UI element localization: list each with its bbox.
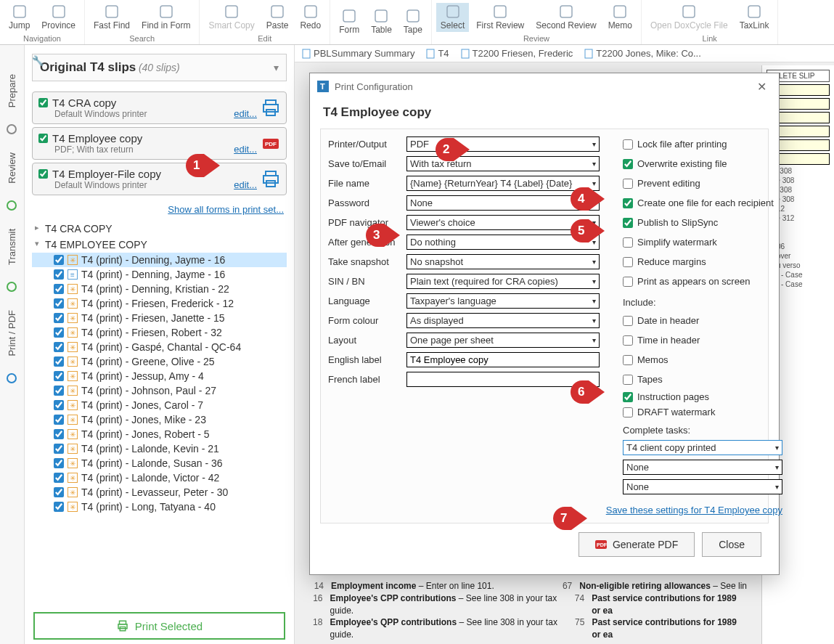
tree-item[interactable]: ✳T4 (print) - Denning, Kristian - 22 <box>32 282 287 296</box>
generate-pdf-button[interactable]: PDF Generate PDF <box>579 532 695 557</box>
tree-item[interactable]: ✳T4 (print) - Friesen, Robert - 32 <box>32 325 287 340</box>
option-date-in-header[interactable]: Date in header <box>623 315 782 326</box>
tree-item[interactable]: ✳T4 (print) - Greene, Olive - 25 <box>32 354 287 369</box>
item-checkbox[interactable] <box>54 269 64 280</box>
tree-item[interactable]: ✳T4 (print) - Lalonde, Kevin - 21 <box>32 441 287 456</box>
field-file-name[interactable]: {Name} {ReturnYear} T4 {Label} {Date} <box>406 176 600 191</box>
option-prevent-editing[interactable]: Prevent editing <box>623 178 782 189</box>
ribbon-taxlink[interactable]: TaxLink <box>735 3 774 32</box>
print-set-card[interactable]: T4 Employee copyPDF; With tax returnedit… <box>32 127 287 160</box>
ribbon-first-review[interactable]: First Review <box>472 3 528 32</box>
card-checkbox[interactable] <box>38 134 48 143</box>
tree-item[interactable]: ✳T4 (print) - Gaspé, Chantal - QC-64 <box>32 340 287 354</box>
item-checkbox[interactable] <box>54 415 64 425</box>
close-button[interactable]: ✕ <box>751 78 772 95</box>
item-checkbox[interactable] <box>54 371 64 381</box>
field-sin-bn[interactable]: Plain text (required for CRA copies) <box>406 274 600 289</box>
tree-item[interactable]: ✳T4 (print) - Denning, Jayme - 16 <box>32 253 287 267</box>
tree-item[interactable]: ≡T4 (print) - Denning, Jayme - 16 <box>32 267 287 282</box>
tree-item[interactable]: ✳T4 (print) - Long, Tatyana - 40 <box>32 500 287 514</box>
ribbon-redo[interactable]: Redo <box>295 3 325 32</box>
tree-item[interactable]: ✳T4 (print) - Friesen, Janette - 15 <box>32 311 287 325</box>
tree-item[interactable]: ✳T4 (print) - Johnson, Paul - 27 <box>32 383 287 398</box>
vtab-prepare[interactable]: Prepare <box>2 62 22 119</box>
ribbon-smart-copy[interactable]: Smart Copy <box>204 3 258 32</box>
print-set-card[interactable]: T4 CRA copyDefault Windows printeredit..… <box>32 91 287 124</box>
complete-task-select[interactable]: None <box>623 479 782 494</box>
item-checkbox[interactable] <box>54 458 64 468</box>
item-checkbox[interactable] <box>54 356 64 367</box>
ribbon-province[interactable]: Province <box>37 3 80 32</box>
item-checkbox[interactable] <box>54 342 64 352</box>
print-selected-button[interactable]: Print Selected <box>33 612 285 640</box>
tree-item[interactable]: ✳T4 (print) - Jones, Robert - 5 <box>32 427 287 441</box>
show-all-forms-link[interactable]: Show all forms in print set... <box>35 204 284 215</box>
edit-link[interactable]: edit... <box>234 144 257 155</box>
ribbon-memo[interactable]: Memo <box>604 3 637 32</box>
field-language[interactable]: Taxpayer's language <box>406 293 600 309</box>
ribbon-jump[interactable]: Jump <box>4 3 34 32</box>
vtab-transmit[interactable]: Transmit <box>2 217 22 277</box>
complete-task-select[interactable]: T4 client copy printed <box>623 440 782 455</box>
ribbon-paste[interactable]: Paste <box>262 3 293 32</box>
item-checkbox[interactable] <box>54 298 64 309</box>
item-checkbox[interactable] <box>54 487 64 497</box>
ribbon-fast-find[interactable]: Fast Find <box>89 3 134 32</box>
document-tab[interactable]: T2200 Jones, Mike: Co... <box>584 48 701 59</box>
item-checkbox[interactable] <box>54 255 64 265</box>
card-checkbox[interactable] <box>38 169 48 179</box>
option-instruction-pages[interactable]: Instruction pages <box>623 391 782 402</box>
option-tapes[interactable]: Tapes <box>623 374 782 385</box>
vtab-print-pdf[interactable]: Print / PDF <box>2 298 22 368</box>
option-time-in-header[interactable]: Time in header <box>623 335 782 346</box>
item-checkbox[interactable] <box>54 473 64 483</box>
field-layout[interactable]: One page per sheet <box>406 333 600 348</box>
tree-group[interactable]: T4 CRA COPY <box>32 221 287 237</box>
option-lock-file-after-printing[interactable]: Lock file after printing <box>623 139 782 150</box>
item-checkbox[interactable] <box>54 429 64 439</box>
slip-set-header[interactable]: Original T4 slips (40 slips) ▾ <box>32 54 287 81</box>
card-checkbox[interactable] <box>38 98 48 107</box>
option-draft-watermark[interactable]: DRAFT watermark <box>623 407 782 417</box>
tree-item[interactable]: ✳T4 (print) - Levasseur, Peter - 30 <box>32 485 287 500</box>
gear-icon[interactable]: 🔧 <box>32 55 44 66</box>
document-tab[interactable]: T4 <box>426 48 449 59</box>
option-memos[interactable]: Memos <box>623 354 782 365</box>
complete-task-select[interactable]: None <box>623 460 782 475</box>
save-settings-link[interactable]: Save these settings for T4 Employee copy <box>605 505 782 515</box>
tree-group[interactable]: T4 EMPLOYEE COPY <box>32 237 287 253</box>
item-checkbox[interactable] <box>54 313 64 323</box>
option-simplify-watermark[interactable]: Simplify watermark <box>623 237 782 248</box>
vtab-review[interactable]: Review <box>2 141 22 195</box>
field-english-label[interactable] <box>406 352 600 367</box>
item-checkbox[interactable] <box>54 400 64 410</box>
edit-link[interactable]: edit... <box>234 179 257 190</box>
tree-item[interactable]: ✳T4 (print) - Jones, Mike - 23 <box>32 412 287 427</box>
tree-item[interactable]: ✳T4 (print) - Lalonde, Susan - 36 <box>32 456 287 470</box>
document-tab[interactable]: PBLSummary Summary <box>302 48 414 59</box>
field-form-colour[interactable]: As displayed <box>406 313 600 328</box>
option-reduce-margins[interactable]: Reduce margins <box>623 256 782 267</box>
close-dialog-button[interactable]: Close <box>702 532 761 557</box>
ribbon-select[interactable]: Select <box>436 3 469 32</box>
tree-item[interactable]: ✳T4 (print) - Lalonde, Victor - 42 <box>32 470 287 485</box>
option-print-as-appears-on-screen[interactable]: Print as appears on screen <box>623 276 782 287</box>
item-checkbox[interactable] <box>54 386 64 396</box>
ribbon-tape[interactable]: Tape <box>399 7 427 36</box>
option-publish-to-slipsync[interactable]: Publish to SlipSync <box>623 217 782 228</box>
tree-item[interactable]: ✳T4 (print) - Jessup, Amy - 4 <box>32 369 287 383</box>
item-checkbox[interactable] <box>54 502 64 512</box>
edit-link[interactable]: edit... <box>234 108 257 119</box>
ribbon-find-in-form[interactable]: Find in Form <box>137 3 195 32</box>
tree-item[interactable]: ✳T4 (print) - Jones, Carol - 7 <box>32 398 287 412</box>
option-overwrite-existing-file[interactable]: Overwrite existing file <box>623 158 782 169</box>
document-tab[interactable]: T2200 Friesen, Frederic <box>461 48 573 59</box>
item-checkbox[interactable] <box>54 444 64 454</box>
ribbon-open-doxcycle-file[interactable]: Open DoxCycle File <box>646 3 732 32</box>
item-checkbox[interactable] <box>54 284 64 294</box>
dropdown-icon[interactable]: ▾ <box>274 62 279 73</box>
field-after-generation[interactable]: Do nothing <box>406 235 600 250</box>
field-save-to-email[interactable]: With tax return <box>406 156 600 171</box>
option-create-one-file-for-each-recipient[interactable]: Create one file for each recipient <box>623 197 782 208</box>
ribbon-table[interactable]: Table <box>367 7 396 36</box>
